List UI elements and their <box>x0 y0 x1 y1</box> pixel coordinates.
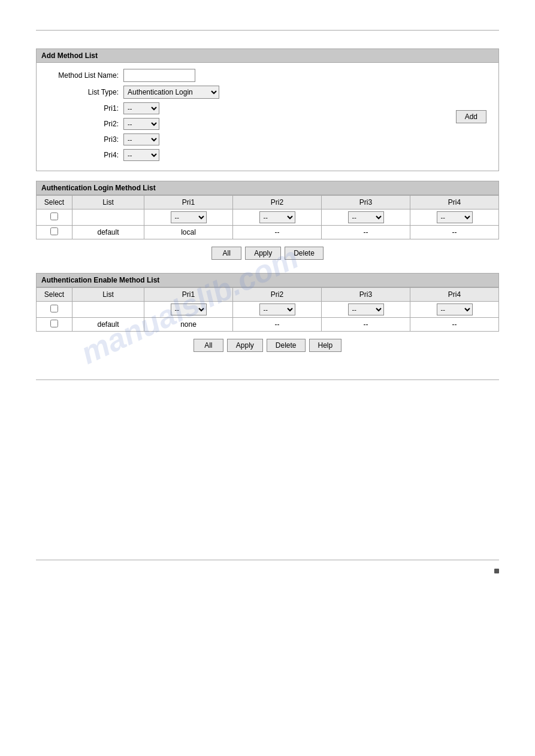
auth-login-row1-pri2-cell: -- local none <box>233 210 322 226</box>
pri1-row: Pri1: -- local none radius tacacs+ <box>46 102 489 114</box>
pri4-select[interactable]: -- local none radius tacacs+ <box>123 149 159 161</box>
add-method-list-form: Method List Name: List Type: Authenticat… <box>36 63 499 171</box>
list-type-row: List Type: Authentication Login Authenti… <box>46 86 489 99</box>
add-button-area: Add <box>456 110 486 123</box>
auth-enable-table-header-row: Select List Pri1 Pri2 Pri3 Pri4 <box>37 288 499 302</box>
auth-login-row1-pri3-select[interactable]: -- local none <box>348 211 384 223</box>
auth-login-col-pri1: Pri1 <box>144 196 233 210</box>
footer-nav <box>0 566 535 576</box>
method-list-name-label: Method List Name: <box>46 71 123 80</box>
auth-login-table-section: Authentication Login Method List Select … <box>36 181 499 263</box>
auth-enable-row1-pri4-cell: -- local none <box>410 302 499 318</box>
auth-enable-row1-pri3-select[interactable]: -- local none <box>348 303 384 315</box>
auth-enable-table-section: Authentication Enable Method List Select… <box>36 273 499 356</box>
auth-enable-action-buttons: All Apply Delete Help <box>36 335 499 356</box>
auth-enable-apply-button[interactable]: Apply <box>227 339 263 352</box>
auth-login-col-pri2: Pri2 <box>233 196 322 210</box>
page-wrapper: Add Method List Method List Name: List T… <box>0 0 535 756</box>
auth-enable-row1-checkbox[interactable] <box>50 305 58 312</box>
pri3-select[interactable]: -- local none radius tacacs+ <box>123 133 159 145</box>
auth-login-row1-pri1-cell: -- local none <box>144 210 233 226</box>
auth-enable-row2-checkbox[interactable] <box>50 320 58 327</box>
auth-enable-row1-select-cell <box>37 302 72 318</box>
auth-enable-row1-pri1-select[interactable]: -- local none <box>171 303 207 315</box>
auth-login-row1-checkbox[interactable] <box>50 212 58 220</box>
auth-login-row2-checkbox[interactable] <box>50 227 58 235</box>
auth-enable-row1-pri2-select[interactable]: -- local none <box>259 303 295 315</box>
auth-enable-row2-select-cell <box>37 318 72 332</box>
auth-login-row2-pri1-cell: local <box>144 226 233 239</box>
auth-login-col-select: Select <box>37 196 72 210</box>
pri2-select[interactable]: -- local none radius tacacs+ <box>123 118 159 130</box>
auth-login-col-pri3: Pri3 <box>322 196 410 210</box>
auth-login-action-buttons: All Apply Delete <box>36 243 499 263</box>
pri3-row: Pri3: -- local none radius tacacs+ <box>46 133 489 145</box>
auth-enable-row2-pri2-cell: -- <box>233 318 322 332</box>
auth-enable-all-button[interactable]: All <box>194 339 223 352</box>
list-type-select[interactable]: Authentication Login Authentication Enab… <box>123 86 219 99</box>
auth-enable-col-pri2: Pri2 <box>233 288 322 302</box>
auth-login-col-list: List <box>72 196 144 210</box>
auth-enable-row1-pri2-cell: -- local none <box>233 302 322 318</box>
top-divider <box>36 30 499 31</box>
auth-enable-col-list: List <box>72 288 144 302</box>
auth-enable-table: Select List Pri1 Pri2 Pri3 Pri4 <box>36 287 499 332</box>
auth-login-row1-pri4-cell: -- local none <box>410 210 499 226</box>
auth-enable-table-header: Authentication Enable Method List <box>36 273 499 287</box>
bottom-divider <box>36 379 499 380</box>
auth-enable-row1-pri4-select[interactable]: -- local none <box>437 303 473 315</box>
footer-dot <box>494 569 499 573</box>
add-method-list-header: Add Method List <box>36 48 499 63</box>
auth-login-table-header: Authentication Login Method List <box>36 181 499 195</box>
auth-login-col-pri4: Pri4 <box>410 196 499 210</box>
auth-enable-delete-button[interactable]: Delete <box>267 339 306 352</box>
auth-login-row1-pri3-cell: -- local none <box>322 210 410 226</box>
auth-enable-help-button[interactable]: Help <box>309 339 342 352</box>
auth-login-table: Select List Pri1 Pri2 Pri3 Pri4 <box>36 195 499 239</box>
method-list-name-row: Method List Name: <box>46 69 489 82</box>
auth-login-row1-select-cell <box>37 210 72 226</box>
auth-login-row1-pri4-select[interactable]: -- local none <box>437 211 473 223</box>
auth-enable-row1-pri3-cell: -- local none <box>322 302 410 318</box>
auth-enable-col-pri1: Pri1 <box>144 288 233 302</box>
table-row: -- local none -- local none <box>37 302 499 318</box>
auth-login-delete-button[interactable]: Delete <box>285 247 324 260</box>
pri4-label: Pri4: <box>46 151 123 159</box>
auth-login-row2-list-cell: default <box>72 226 144 239</box>
auth-enable-row2-pri4-cell: -- <box>410 318 499 332</box>
auth-login-row1-pri1-select[interactable]: -- local none <box>171 211 207 223</box>
add-button[interactable]: Add <box>456 110 486 123</box>
auth-login-row1-list-cell <box>72 210 144 226</box>
table-row: default local -- -- -- <box>37 226 499 239</box>
auth-login-row1-pri2-select[interactable]: -- local none <box>259 211 295 223</box>
pri4-row: Pri4: -- local none radius tacacs+ <box>46 149 489 161</box>
pri2-row: Pri2: -- local none radius tacacs+ <box>46 118 489 130</box>
auth-enable-row1-pri1-cell: -- local none <box>144 302 233 318</box>
method-list-name-input[interactable] <box>123 69 195 82</box>
auth-enable-row1-list-cell <box>72 302 144 318</box>
pri1-label: Pri1: <box>46 104 123 113</box>
auth-login-apply-button[interactable]: Apply <box>245 247 281 260</box>
pri2-label: Pri2: <box>46 120 123 128</box>
auth-login-all-button[interactable]: All <box>211 247 241 260</box>
auth-enable-row2-pri1-cell: none <box>144 318 233 332</box>
auth-enable-col-select: Select <box>37 288 72 302</box>
auth-login-row2-pri3-cell: -- <box>322 226 410 239</box>
auth-enable-col-pri4: Pri4 <box>410 288 499 302</box>
auth-login-row2-pri2-cell: -- <box>233 226 322 239</box>
auth-login-table-header-row: Select List Pri1 Pri2 Pri3 Pri4 <box>37 196 499 210</box>
auth-login-row2-select-cell <box>37 226 72 239</box>
auth-enable-row2-pri3-cell: -- <box>322 318 410 332</box>
pri3-label: Pri3: <box>46 135 123 144</box>
table-row: default none -- -- -- <box>37 318 499 332</box>
auth-enable-row2-list-cell: default <box>72 318 144 332</box>
auth-login-row2-pri4-cell: -- <box>410 226 499 239</box>
pri1-select[interactable]: -- local none radius tacacs+ <box>123 102 159 114</box>
list-type-label: List Type: <box>46 88 123 96</box>
footer-divider <box>36 560 499 560</box>
main-content: Add Method List Method List Name: List T… <box>0 37 535 368</box>
auth-enable-col-pri3: Pri3 <box>322 288 410 302</box>
table-row: -- local none -- local none <box>37 210 499 226</box>
